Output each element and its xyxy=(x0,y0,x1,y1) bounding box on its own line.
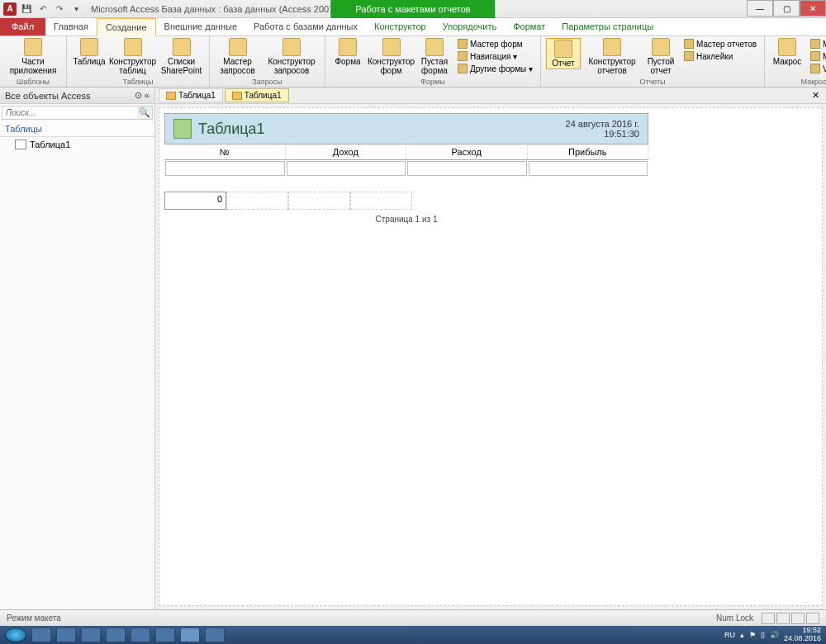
nav-group-tables[interactable]: Таблицы xyxy=(0,121,154,137)
col-number[interactable]: № xyxy=(164,144,286,159)
ribbon-button-label: Конструктор таблиц xyxy=(109,57,156,75)
ribbon-group: МакросМодульМодуль классаVisual BasicМак… xyxy=(765,36,826,87)
report-canvas[interactable]: Таблица1 24 августа 2016 г. 19:51:30 № Д… xyxy=(159,107,823,606)
undo-icon[interactable]: ↶ xyxy=(36,2,50,16)
taskbar-access-icon[interactable] xyxy=(180,627,200,642)
redo-icon[interactable]: ↷ xyxy=(53,2,66,16)
view-print-button[interactable] xyxy=(776,613,790,624)
report-empty-cell[interactable] xyxy=(288,192,350,210)
ribbon-mini-button[interactable]: Мастер отчетов xyxy=(681,38,759,50)
report-empty-cell[interactable] xyxy=(350,192,412,210)
nav-header[interactable]: Все объекты Access ⊙ « xyxy=(0,88,154,104)
ribbon-icon xyxy=(24,38,42,56)
ribbon-button[interactable]: Части приложения xyxy=(5,38,61,75)
close-button[interactable]: ✕ xyxy=(800,0,826,17)
report: Таблица1 24 августа 2016 г. 19:51:30 № Д… xyxy=(164,113,648,224)
app-icon[interactable]: A xyxy=(3,2,17,16)
ribbon-group-label: Шаблоны xyxy=(5,78,61,87)
col-expense[interactable]: Расход xyxy=(406,144,528,159)
tray-date: 24.08.2016 xyxy=(784,635,821,643)
ribbon-button[interactable]: Списки SharePoint xyxy=(159,38,204,75)
ribbon-mini-button[interactable]: Модуль xyxy=(808,38,826,50)
view-layout-button[interactable] xyxy=(791,613,805,624)
view-report-button[interactable] xyxy=(762,613,775,624)
col-profit[interactable]: Прибыль xyxy=(528,144,649,159)
start-button[interactable] xyxy=(5,627,26,642)
tray-network-icon[interactable]: ▯ xyxy=(761,631,765,639)
doc-close-button[interactable]: ✕ xyxy=(809,90,821,102)
ribbon-mini-button[interactable]: Мастер форм xyxy=(455,38,535,50)
tray-flag-icon[interactable]: ⚑ xyxy=(749,631,756,639)
ribbon-icon xyxy=(554,40,572,58)
tab-page-setup[interactable]: Параметры страницы xyxy=(553,17,662,36)
taskbar-folder-icon[interactable] xyxy=(56,627,76,642)
doc-tab-report[interactable]: Таблица1 xyxy=(225,88,289,102)
ribbon-button[interactable]: Конструктор форм xyxy=(368,38,414,75)
tray-up-icon[interactable]: ▴ xyxy=(740,631,744,639)
report-date[interactable]: 24 августа 2016 г. xyxy=(566,119,639,129)
ribbon-button-label: Макрос xyxy=(773,57,802,66)
nav-item-table1[interactable]: Таблица1 xyxy=(0,137,154,152)
ribbon-button[interactable]: Конструктор таблиц xyxy=(110,38,155,75)
report-data-row[interactable] xyxy=(164,160,648,177)
report-sum-cell[interactable]: 0 xyxy=(164,192,226,210)
report-empty-cell[interactable] xyxy=(226,192,288,210)
taskbar-media-icon[interactable] xyxy=(81,627,101,642)
report-title[interactable]: Таблица1 xyxy=(198,121,265,138)
ribbon-icon xyxy=(173,38,191,56)
ribbon-mini-button[interactable]: Наклейки xyxy=(681,50,759,62)
view-switcher xyxy=(762,613,819,624)
doc-tab-table[interactable]: Таблица1 xyxy=(159,88,223,102)
tab-external-data[interactable]: Внешние данные xyxy=(156,17,245,36)
ribbon-group-label: Запросы xyxy=(215,78,320,87)
minimize-button[interactable]: — xyxy=(747,0,773,17)
ribbon-button[interactable]: Форма xyxy=(330,38,365,66)
col-income[interactable]: Доход xyxy=(286,144,407,159)
file-tab[interactable]: Файл xyxy=(0,17,45,36)
ribbon-button[interactable]: Таблица xyxy=(72,38,107,66)
taskbar-explorer-icon[interactable] xyxy=(31,627,51,642)
ribbon-mini-button[interactable]: Visual Basic xyxy=(808,63,826,74)
ribbon-group: Мастер запросовКонструктор запросовЗапро… xyxy=(210,36,325,87)
report-header[interactable]: Таблица1 24 августа 2016 г. 19:51:30 xyxy=(164,113,648,144)
ribbon-button[interactable]: Пустая форма xyxy=(417,38,452,75)
taskbar-paint-icon[interactable] xyxy=(205,627,225,642)
ribbon-button[interactable]: Отчет xyxy=(546,38,581,69)
ribbon-icon xyxy=(339,38,357,56)
nav-dropdown-icon[interactable]: ⊙ « xyxy=(135,90,150,101)
page-indicator[interactable]: Страница 1 из 1 xyxy=(164,215,648,224)
mini-icon xyxy=(684,39,694,49)
tab-create[interactable]: Создание xyxy=(97,18,156,36)
tray-clock[interactable]: 19:52 24.08.2016 xyxy=(784,627,821,643)
qat-dropdown-icon[interactable]: ▾ xyxy=(69,2,83,16)
search-icon[interactable]: 🔍 xyxy=(137,107,152,119)
taskbar-vs-icon[interactable] xyxy=(155,627,175,642)
ribbon-mini-button[interactable]: Другие формы ▾ xyxy=(455,63,535,74)
tab-format[interactable]: Формат xyxy=(505,17,553,36)
tab-home[interactable]: Главная xyxy=(45,17,97,36)
tab-arrange[interactable]: Упорядочить xyxy=(434,17,505,36)
ribbon-mini-button[interactable]: Модуль класса xyxy=(808,50,826,62)
view-design-button[interactable] xyxy=(806,613,819,624)
tray-lang[interactable]: RU xyxy=(724,631,735,639)
taskbar-skype-icon[interactable] xyxy=(131,627,150,642)
ribbon-icon xyxy=(80,38,98,56)
ribbon-button-label: Пустой отчет xyxy=(643,57,678,75)
report-time[interactable]: 19:51:30 xyxy=(566,129,639,139)
tab-design[interactable]: Конструктор xyxy=(366,17,434,36)
ribbon-button[interactable]: Конструктор запросов xyxy=(263,38,320,75)
ribbon-button[interactable]: Пустой отчет xyxy=(643,38,678,75)
save-icon[interactable]: 💾 xyxy=(20,2,33,16)
tray-volume-icon[interactable]: 🔊 xyxy=(770,631,779,639)
maximize-button[interactable]: ▢ xyxy=(773,0,800,17)
ribbon-button[interactable]: Макрос xyxy=(770,38,805,66)
quick-access-toolbar: A 💾 ↶ ↷ ▾ xyxy=(0,2,83,16)
search-input[interactable] xyxy=(2,107,137,119)
tab-database-tools[interactable]: Работа с базами данных xyxy=(245,17,366,36)
ribbon-button[interactable]: Мастер запросов xyxy=(215,38,260,75)
ribbon-button-label: Таблица xyxy=(73,57,105,66)
ribbon-button[interactable]: Конструктор отчетов xyxy=(584,38,640,75)
taskbar-chrome-icon[interactable] xyxy=(106,627,126,642)
ribbon-mini-button[interactable]: Навигация ▾ xyxy=(455,50,535,62)
mini-label: Навигация ▾ xyxy=(470,52,517,61)
